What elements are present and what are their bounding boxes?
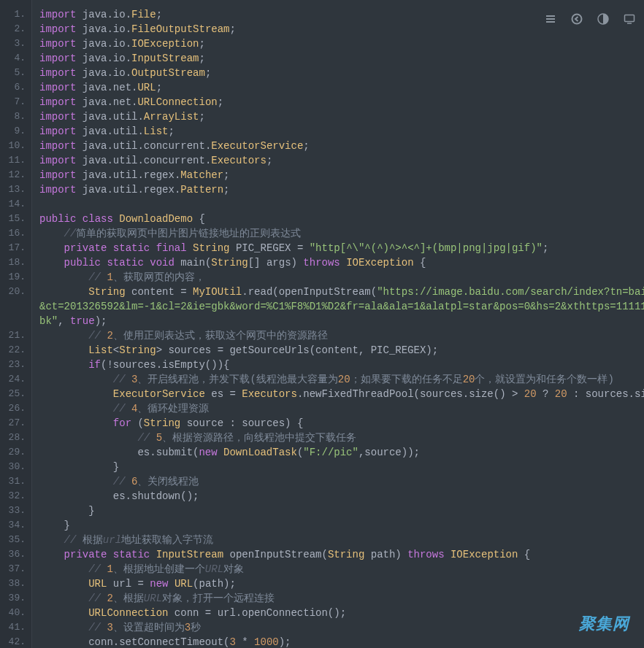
code-line: // 2、使用正则表达式，获取这个网页中的资源路径 bbox=[39, 328, 644, 343]
line-number: 30. bbox=[0, 460, 31, 474]
line-number: 15. bbox=[0, 212, 31, 226]
line-number: 37. bbox=[0, 562, 31, 576]
code-line: ExecutorService es = Executors.newFixedT… bbox=[39, 387, 644, 401]
code-line: // 4、循环处理资源 bbox=[39, 401, 644, 416]
code-line: private static InputStream openInputStre… bbox=[39, 547, 644, 562]
line-number: 14. bbox=[0, 197, 31, 212]
code-line: } bbox=[39, 518, 644, 533]
line-number: 4. bbox=[0, 51, 31, 66]
code-line: import java.net.URL; bbox=[39, 80, 644, 95]
code-line: import java.util.concurrent.Executors; bbox=[39, 153, 644, 168]
code-line: private static final String PIC_REGEX = … bbox=[39, 241, 644, 255]
line-number: 27. bbox=[0, 416, 31, 431]
svg-rect-0 bbox=[546, 15, 555, 17]
watermark: 聚集网 bbox=[579, 613, 629, 635]
line-number: 3. bbox=[0, 36, 31, 51]
line-number: 22. bbox=[0, 343, 31, 358]
code-line: // 3、开启线程池，并发下载(线程池最大容量为20；如果要下载的任务不足20个… bbox=[39, 372, 644, 387]
line-number: 42. bbox=[0, 635, 31, 648]
code-line: &ct=201326592&lm=-1&cl=2&ie=gbk&word=%C1… bbox=[39, 299, 644, 314]
line-number: 16. bbox=[0, 226, 31, 241]
code-line: for (String source : sources) { bbox=[39, 416, 644, 431]
line-number: 31. bbox=[0, 474, 31, 489]
line-number: 8. bbox=[0, 109, 31, 124]
svg-point-3 bbox=[572, 15, 582, 24]
line-number: 17. bbox=[0, 241, 31, 255]
code-line: public class DownloadDemo { bbox=[39, 212, 644, 226]
code-line: URL url = new URL(path); bbox=[39, 576, 644, 591]
line-number-gutter: 1.2.3.4.5.6.7.8.9.10.11.12.13.14.15.16.1… bbox=[0, 0, 32, 648]
line-number: 28. bbox=[0, 431, 31, 445]
code-line: // 根据url地址获取输入字节流 bbox=[39, 533, 644, 547]
code-line: import java.util.ArrayList; bbox=[39, 109, 644, 124]
code-line: import java.util.List; bbox=[39, 124, 644, 139]
line-number: 9. bbox=[0, 124, 31, 139]
line-number: 29. bbox=[0, 445, 31, 460]
code-line: // 5、根据资源路径，向线程池中提交下载任务 bbox=[39, 431, 644, 445]
line-number: 34. bbox=[0, 518, 31, 533]
code-line: import java.io.OutputStream; bbox=[39, 66, 644, 80]
line-number: 32. bbox=[0, 489, 31, 504]
code-editor: 1.2.3.4.5.6.7.8.9.10.11.12.13.14.15.16.1… bbox=[0, 0, 644, 648]
code-line: import java.util.regex.Matcher; bbox=[39, 168, 644, 182]
code-line: // 1、获取网页的内容， bbox=[39, 270, 644, 285]
code-line: } bbox=[39, 460, 644, 474]
line-number bbox=[0, 314, 31, 328]
code-line: import java.util.regex.Pattern; bbox=[39, 182, 644, 197]
line-number: 26. bbox=[0, 401, 31, 416]
code-line: public static void main(String[] args) t… bbox=[39, 255, 644, 270]
line-number: 23. bbox=[0, 358, 31, 372]
line-number: 18. bbox=[0, 255, 31, 270]
line-number: 25. bbox=[0, 387, 31, 401]
back-icon[interactable] bbox=[571, 13, 583, 25]
line-number: 2. bbox=[0, 22, 31, 36]
code-line: import java.io.IOException; bbox=[39, 36, 644, 51]
line-number: 12. bbox=[0, 168, 31, 182]
editor-toolbar bbox=[545, 13, 635, 25]
code-line: conn.setConnectTimeout(3 * 1000); bbox=[39, 635, 644, 648]
code-line bbox=[39, 197, 644, 212]
line-number: 1. bbox=[0, 7, 31, 22]
code-line: List<String> sources = getSourceUrls(con… bbox=[39, 343, 644, 358]
line-number: 40. bbox=[0, 606, 31, 620]
line-number: 24. bbox=[0, 372, 31, 387]
code-line: } bbox=[39, 504, 644, 518]
line-number: 19. bbox=[0, 270, 31, 285]
code-line: URLConnection conn = url.openConnection(… bbox=[39, 606, 644, 620]
svg-rect-2 bbox=[546, 21, 555, 23]
code-line: import java.net.URLConnection; bbox=[39, 95, 644, 109]
code-line: // 3、设置超时间为3秒 bbox=[39, 620, 644, 635]
code-line: // 6、关闭线程池 bbox=[39, 474, 644, 489]
code-line: // 2、根据URL对象，打开一个远程连接 bbox=[39, 591, 644, 606]
line-number: 38. bbox=[0, 576, 31, 591]
line-number: 33. bbox=[0, 504, 31, 518]
line-number: 7. bbox=[0, 95, 31, 109]
line-number: 35. bbox=[0, 533, 31, 547]
line-number: 13. bbox=[0, 182, 31, 197]
code-line: import java.util.concurrent.ExecutorServ… bbox=[39, 139, 644, 153]
line-number bbox=[0, 299, 31, 314]
code-line: //简单的获取网页中图片图片链接地址的正则表达式 bbox=[39, 226, 644, 241]
contrast-icon[interactable] bbox=[597, 13, 609, 25]
svg-rect-1 bbox=[546, 18, 555, 20]
code-line: bk", true); bbox=[39, 314, 644, 328]
line-number: 6. bbox=[0, 80, 31, 95]
line-number: 10. bbox=[0, 139, 31, 153]
svg-rect-5 bbox=[625, 15, 635, 22]
code-line: String content = MyIOUtil.read(openInput… bbox=[39, 285, 644, 299]
code-line: if(!sources.isEmpty()){ bbox=[39, 358, 644, 372]
line-number: 11. bbox=[0, 153, 31, 168]
line-number: 39. bbox=[0, 591, 31, 606]
line-number: 41. bbox=[0, 620, 31, 635]
line-number: 21. bbox=[0, 328, 31, 343]
line-number: 36. bbox=[0, 547, 31, 562]
line-number: 20. bbox=[0, 285, 31, 299]
code-line: import java.io.InputStream; bbox=[39, 51, 644, 66]
list-icon[interactable] bbox=[545, 13, 556, 25]
code-line: es.shutdown(); bbox=[39, 489, 644, 504]
code-line: es.submit(new DownLoadTask("F://pic",sou… bbox=[39, 445, 644, 460]
line-number: 5. bbox=[0, 66, 31, 80]
screen-icon[interactable] bbox=[624, 13, 635, 25]
code-line: // 1、根据地址创建一个URL对象 bbox=[39, 562, 644, 576]
code-area[interactable]: import java.io.File;import java.io.FileO… bbox=[32, 0, 644, 648]
